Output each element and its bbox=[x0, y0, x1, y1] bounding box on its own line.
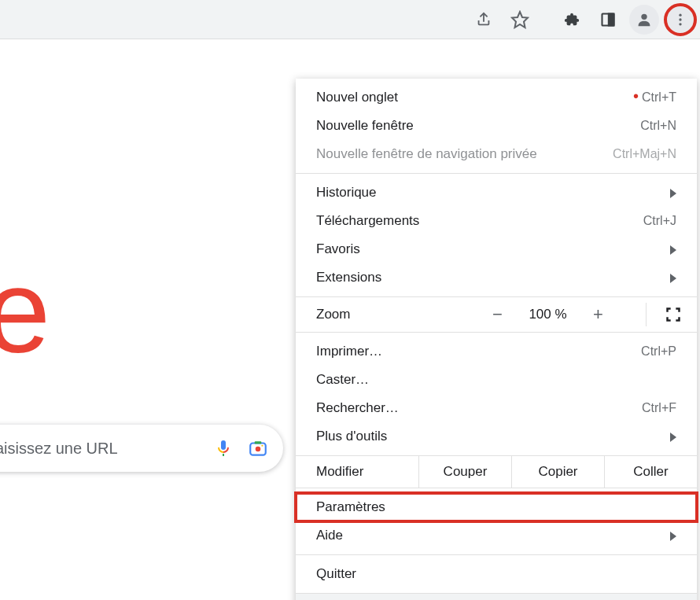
svg-rect-10 bbox=[255, 441, 262, 444]
new-tab-page: gle saisissez une URL Nouvel onglet bbox=[0, 39, 700, 600]
cut-button[interactable]: Couper bbox=[418, 456, 511, 488]
fullscreen-icon[interactable] bbox=[650, 307, 697, 322]
svg-point-4 bbox=[679, 13, 681, 16]
puzzle-icon[interactable] bbox=[557, 5, 587, 35]
browser-toolbar bbox=[0, 0, 700, 39]
menu-help[interactable]: Aide bbox=[296, 521, 697, 550]
menu-extensions[interactable]: Extensions bbox=[296, 263, 697, 292]
star-icon[interactable] bbox=[505, 5, 535, 35]
svg-marker-0 bbox=[512, 12, 528, 28]
more-vert-icon[interactable] bbox=[665, 5, 695, 35]
menu-shortcut: Ctrl+P bbox=[641, 344, 676, 359]
copy-button[interactable]: Copier bbox=[511, 456, 604, 488]
menu-new-tab[interactable]: Nouvel onglet • Ctrl+T bbox=[296, 83, 697, 112]
menu-bookmarks[interactable]: Favoris bbox=[296, 235, 697, 263]
svg-point-5 bbox=[679, 18, 681, 20]
menu-label: Nouvel onglet bbox=[316, 90, 633, 105]
menu-label: Historique bbox=[316, 185, 669, 201]
menu-label: Favoris bbox=[316, 241, 669, 257]
chevron-right-icon bbox=[669, 429, 676, 444]
menu-print[interactable]: Imprimer… Ctrl+P bbox=[296, 337, 697, 366]
share-icon[interactable] bbox=[469, 5, 499, 35]
zoom-out-button[interactable]: − bbox=[479, 304, 517, 325]
chevron-right-icon bbox=[669, 528, 676, 543]
omnibox-search[interactable]: saisissez une URL bbox=[0, 425, 283, 472]
menu-more-tools[interactable]: Plus d'outils bbox=[296, 422, 697, 451]
menu-shortcut: Ctrl+F bbox=[642, 401, 676, 415]
menu-find[interactable]: Rechercher… Ctrl+F bbox=[296, 394, 697, 422]
menu-label: Rechercher… bbox=[316, 400, 642, 416]
svg-point-3 bbox=[641, 13, 647, 19]
menu-shortcut: Ctrl+N bbox=[640, 119, 676, 133]
menu-history[interactable]: Historique bbox=[296, 179, 697, 207]
menu-label: Imprimer… bbox=[316, 344, 641, 359]
menu-label: Nouvelle fenêtre de navigation privée bbox=[316, 146, 613, 162]
menu-managed-by-org[interactable]: Géré par votre organisation bbox=[296, 594, 697, 600]
menu-incognito: Nouvelle fenêtre de navigation privée Ct… bbox=[296, 140, 697, 168]
menu-label: Aide bbox=[316, 528, 669, 543]
google-logo-fragment: gle bbox=[0, 244, 44, 380]
menu-label: Quitter bbox=[316, 566, 676, 582]
zoom-in-button[interactable]: + bbox=[580, 304, 617, 325]
chrome-main-menu: Nouvel onglet • Ctrl+T Nouvelle fenêtre … bbox=[296, 79, 697, 600]
person-icon[interactable] bbox=[629, 5, 659, 35]
camera-icon[interactable] bbox=[247, 437, 269, 459]
menu-zoom: Zoom − 100 % + bbox=[296, 297, 697, 332]
svg-point-6 bbox=[679, 23, 681, 25]
chevron-right-icon bbox=[669, 185, 676, 201]
menu-settings[interactable]: Paramètres bbox=[296, 493, 697, 521]
menu-label: Caster… bbox=[316, 372, 676, 388]
menu-shortcut: Ctrl+Maj+N bbox=[613, 147, 676, 161]
menu-label: Téléchargements bbox=[316, 213, 643, 229]
menu-shortcut: Ctrl+T bbox=[642, 90, 676, 105]
paste-button[interactable]: Coller bbox=[604, 456, 697, 488]
edit-label: Modifier bbox=[296, 456, 418, 488]
svg-point-9 bbox=[261, 445, 263, 447]
menu-label: Plus d'outils bbox=[316, 429, 669, 444]
chevron-right-icon bbox=[669, 270, 676, 285]
menu-cast[interactable]: Caster… bbox=[296, 366, 697, 394]
menu-label: Extensions bbox=[316, 270, 669, 285]
menu-edit-row: Modifier Couper Copier Coller bbox=[296, 456, 697, 488]
mic-icon[interactable] bbox=[212, 437, 234, 459]
menu-label: Nouvelle fenêtre bbox=[316, 118, 640, 134]
zoom-value: 100 % bbox=[517, 307, 580, 322]
menu-new-window[interactable]: Nouvelle fenêtre Ctrl+N bbox=[296, 112, 697, 140]
panel-icon[interactable] bbox=[593, 5, 623, 35]
menu-downloads[interactable]: Téléchargements Ctrl+J bbox=[296, 207, 697, 235]
svg-point-8 bbox=[256, 447, 261, 452]
menu-quit[interactable]: Quitter bbox=[296, 560, 697, 588]
chevron-right-icon bbox=[669, 241, 676, 257]
menu-label: Paramètres bbox=[316, 499, 676, 515]
zoom-label: Zoom bbox=[296, 307, 453, 322]
svg-rect-2 bbox=[609, 13, 614, 25]
search-placeholder: saisissez une URL bbox=[0, 440, 200, 458]
menu-shortcut: Ctrl+J bbox=[643, 214, 676, 228]
